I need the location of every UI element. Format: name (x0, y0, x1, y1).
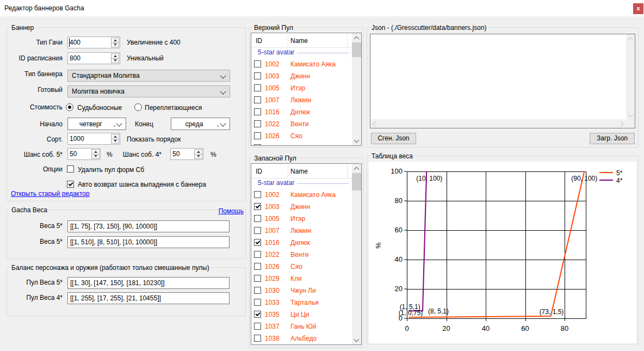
chance5-spinner-buttons[interactable] (91, 149, 100, 159)
row-checkbox[interactable] (254, 323, 261, 330)
scrollbar-thumb[interactable] (352, 42, 361, 57)
row-checkbox[interactable] (254, 96, 261, 103)
scroll-up-button[interactable] (352, 33, 361, 42)
row-name: Альбедо (290, 335, 317, 342)
scrollbar-corner (626, 119, 635, 128)
scroll-left-button[interactable] (370, 119, 379, 128)
spin-down-icon[interactable] (94, 155, 97, 157)
column-id[interactable]: ID (256, 37, 262, 45)
pool-row-1037: 1037Гань Юй (251, 321, 352, 332)
chance4-spinner-buttons[interactable] (194, 149, 202, 159)
y-tick-label: 60 (395, 226, 403, 234)
spin-up-icon[interactable] (197, 151, 200, 153)
scroll-up-button[interactable] (352, 164, 361, 173)
pool-row-1022: 1022Венти (251, 118, 352, 130)
auto-return-checkbox[interactable] (67, 181, 74, 188)
y-tick-label: 20 (395, 285, 403, 293)
row-checkbox-checked[interactable] (254, 203, 261, 210)
scrollbar-thumb[interactable] (352, 173, 361, 190)
json-hscrollbar[interactable] (370, 119, 626, 128)
chance4-spinner[interactable]: 50 (170, 148, 203, 160)
row-checkbox[interactable] (254, 108, 261, 115)
schedule-id-spinner[interactable]: 800 (67, 52, 120, 64)
banner-type-combo[interactable]: Стандартная Молитва (67, 70, 230, 82)
json-textarea[interactable] (370, 34, 635, 128)
spin-down-icon[interactable] (114, 59, 117, 61)
column-id[interactable]: ID (256, 168, 262, 175)
spin-up-icon[interactable] (114, 136, 117, 138)
weights5-input-2[interactable]: [[1, 510], [8, 510], [10, 10000]] (67, 236, 230, 248)
row-checkbox[interactable] (254, 191, 261, 198)
row-id: 1005 (265, 215, 280, 223)
column-name[interactable]: Name (290, 168, 308, 175)
row-checkbox[interactable] (254, 215, 261, 222)
start-suffix: , (114, 120, 115, 128)
scroll-right-button[interactable] (617, 119, 626, 128)
row-name: Кли (290, 275, 302, 282)
spin-up-icon[interactable] (114, 55, 117, 57)
end-combo[interactable]: среда , (171, 118, 230, 130)
prefab-combo[interactable]: Молитва новичка (67, 85, 230, 97)
row-checkbox[interactable] (254, 287, 261, 294)
delete-pool-checkbox[interactable] (67, 165, 74, 173)
gacha-type-spinner[interactable]: 400 (67, 36, 120, 48)
pool-row-1026: 1026Сяо (251, 261, 352, 273)
row-id: 1022 (265, 120, 280, 128)
old-editor-link[interactable]: Открыть старый редактор (11, 190, 90, 198)
row-checkbox[interactable] (254, 263, 261, 270)
spin-up-icon[interactable] (94, 151, 97, 153)
row-checkbox[interactable] (254, 299, 261, 306)
sort-spinner-buttons[interactable] (111, 134, 119, 144)
row-checkbox[interactable] (254, 251, 261, 258)
spin-down-icon[interactable] (197, 155, 200, 157)
scroll-down-button[interactable] (352, 136, 361, 145)
x-tick-label: 20 (442, 324, 450, 332)
row-checkbox[interactable] (254, 72, 261, 79)
spin-up-icon[interactable] (114, 39, 117, 41)
gacha-weights-groupbox: Gacha Веса (7, 210, 246, 259)
gacha-type-spinner-buttons[interactable] (111, 38, 119, 47)
radio-fate-selected[interactable] (66, 103, 73, 111)
schedule-id-hint: Уникальный (127, 54, 164, 62)
json-vscrollbar[interactable] (626, 34, 635, 119)
row-checkbox[interactable] (254, 275, 261, 282)
row-checkbox[interactable] (254, 335, 261, 342)
chevron-down-icon (220, 120, 226, 126)
row-checkbox[interactable] (254, 120, 261, 127)
sort-spinner[interactable]: 1000 (67, 133, 120, 145)
column-name[interactable]: Name (290, 37, 308, 45)
reserve-pool-scrollbar[interactable] (352, 164, 361, 344)
weights5-input-1[interactable]: [[1, 75], [73, 150], [90, 10000]] (67, 220, 230, 232)
start-value: четверг (68, 120, 114, 128)
row-checkbox[interactable] (254, 132, 261, 139)
spin-down-icon[interactable] (114, 140, 117, 142)
row-checkbox[interactable] (254, 227, 261, 234)
help-link[interactable]: Помощь (219, 207, 244, 215)
load-json-button[interactable]: Загр. Json (590, 133, 635, 144)
end-suffix: , (217, 120, 219, 128)
radio-intertwined[interactable] (134, 103, 142, 111)
chance5-spinner[interactable]: 50 (67, 148, 101, 160)
row-checkbox-checked[interactable] (254, 239, 261, 246)
row-checkbox-checked[interactable] (254, 311, 261, 318)
row-id: 1030 (265, 287, 280, 294)
reserve-pool-header[interactable]: ID Name (251, 164, 352, 178)
pool-weights5-input[interactable]: [[1, 30], [147, 150], [181, 10230]] (67, 277, 230, 289)
generate-json-button[interactable]: Сген. Json (371, 133, 416, 144)
row-checkbox[interactable] (254, 144, 261, 146)
schedule-id-spinner-buttons[interactable] (111, 53, 119, 63)
group-header-label: 5-star avatar (258, 48, 294, 56)
upper-pool-listbox: ID Name 5-star avatar 1002Камисато Аяка1… (251, 33, 362, 146)
scroll-up-button[interactable] (626, 34, 635, 43)
spin-down-icon[interactable] (114, 44, 117, 46)
prefab-label: Готовый (38, 86, 63, 94)
upper-pool-header[interactable]: ID Name (251, 33, 352, 48)
scroll-down-button[interactable] (626, 110, 635, 119)
row-checkbox[interactable] (254, 84, 261, 91)
upper-pool-scrollbar[interactable] (352, 33, 361, 145)
pool-weights4-input[interactable]: [[1, 255], [17, 255], [21, 10455]] (67, 292, 230, 304)
close-button[interactable]: x (633, 3, 643, 14)
row-checkbox[interactable] (254, 60, 261, 67)
scroll-down-button[interactable] (352, 335, 361, 344)
start-combo[interactable]: четверг , (67, 118, 126, 130)
